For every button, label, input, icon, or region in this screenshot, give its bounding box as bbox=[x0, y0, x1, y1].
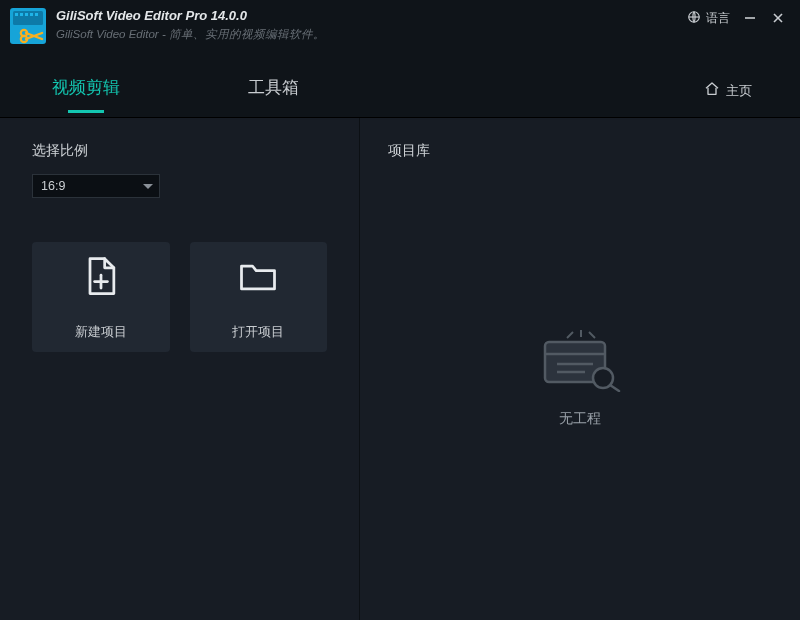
ratio-section-label: 选择比例 bbox=[32, 142, 327, 160]
app-subtitle: GiliSoft Video Editor - 简单、实用的视频编辑软件。 bbox=[56, 27, 687, 42]
home-icon bbox=[704, 81, 720, 100]
new-project-button[interactable]: 新建项目 bbox=[32, 242, 170, 352]
left-panel: 选择比例 16:9 新建项目 bbox=[0, 118, 360, 620]
title-text-block: GiliSoft Video Editor Pro 14.0.0 GiliSof… bbox=[56, 8, 687, 42]
no-project-icon bbox=[537, 328, 623, 396]
action-row: 新建项目 打开项目 bbox=[32, 242, 327, 352]
svg-line-17 bbox=[567, 332, 573, 338]
open-project-button[interactable]: 打开项目 bbox=[190, 242, 328, 352]
title-controls: 语言 bbox=[687, 10, 786, 27]
tab-video-edit[interactable]: 视频剪辑 bbox=[48, 70, 124, 111]
chevron-down-icon bbox=[143, 184, 153, 189]
right-panel: 项目库 无工程 bbox=[360, 118, 800, 620]
app-title: GiliSoft Video Editor Pro 14.0.0 bbox=[56, 8, 687, 25]
svg-rect-4 bbox=[25, 13, 28, 16]
folder-icon bbox=[236, 255, 280, 303]
aspect-ratio-select[interactable]: 16:9 bbox=[32, 174, 160, 198]
titlebar: GiliSoft Video Editor Pro 14.0.0 GiliSof… bbox=[0, 0, 800, 50]
globe-icon bbox=[687, 10, 701, 27]
svg-rect-3 bbox=[20, 13, 23, 16]
empty-state: 无工程 bbox=[388, 154, 772, 602]
svg-rect-2 bbox=[15, 13, 18, 16]
aspect-ratio-value: 16:9 bbox=[41, 179, 65, 193]
language-button[interactable]: 语言 bbox=[687, 10, 730, 27]
home-link[interactable]: 主页 bbox=[704, 81, 752, 100]
app-logo-icon bbox=[10, 8, 46, 44]
close-button[interactable] bbox=[770, 12, 786, 26]
minimize-button[interactable] bbox=[742, 12, 758, 26]
tabs-nav: 视频剪辑 工具箱 主页 bbox=[0, 50, 800, 118]
svg-rect-5 bbox=[30, 13, 33, 16]
language-label: 语言 bbox=[706, 10, 730, 27]
new-project-label: 新建项目 bbox=[75, 323, 127, 341]
tab-toolbox[interactable]: 工具箱 bbox=[244, 70, 303, 111]
open-project-label: 打开项目 bbox=[232, 323, 284, 341]
svg-rect-6 bbox=[35, 13, 38, 16]
svg-line-19 bbox=[589, 332, 595, 338]
file-plus-icon bbox=[79, 255, 123, 303]
svg-line-25 bbox=[610, 385, 619, 391]
empty-state-text: 无工程 bbox=[559, 410, 601, 428]
home-label: 主页 bbox=[726, 82, 752, 100]
main-content: 选择比例 16:9 新建项目 bbox=[0, 118, 800, 620]
